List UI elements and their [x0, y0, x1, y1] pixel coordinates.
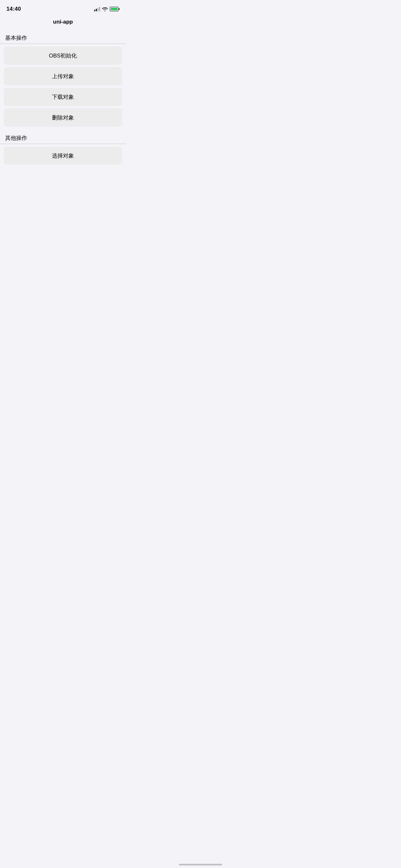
signal-icon: [94, 7, 100, 11]
section-header-basic: 基本操作: [0, 29, 126, 43]
wifi-icon: [102, 7, 108, 11]
status-time: 14:40: [6, 6, 21, 12]
download-object-button[interactable]: 下载对象: [4, 88, 122, 106]
other-button-group: 选择对象: [0, 144, 126, 167]
section-header-other: 其他操作: [0, 129, 126, 144]
obs-init-button[interactable]: OBS初始化: [4, 46, 122, 65]
select-object-button[interactable]: 选择对象: [4, 147, 122, 165]
nav-bar: uni-app: [0, 16, 126, 29]
battery-icon: [110, 7, 120, 11]
status-icons: [94, 7, 120, 11]
status-bar: 14:40: [0, 0, 126, 16]
basic-button-group: OBS初始化 上传对象 下载对象 删除对象: [0, 44, 126, 129]
upload-object-button[interactable]: 上传对象: [4, 67, 122, 85]
content: 基本操作 OBS初始化 上传对象 下载对象 删除对象 其他操作 选择对象: [0, 29, 126, 167]
nav-title: uni-app: [53, 19, 73, 25]
delete-object-button[interactable]: 删除对象: [4, 108, 122, 127]
